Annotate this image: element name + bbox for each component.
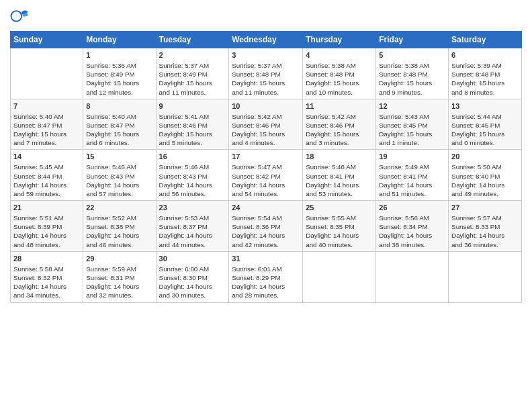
day-info: Sunrise: 5:37 AMSunset: 8:49 PMDaylight:… bbox=[159, 61, 226, 97]
week-row-5: 28Sunrise: 5:58 AMSunset: 8:32 PMDayligh… bbox=[11, 251, 522, 302]
day-info: Sunrise: 5:48 AMSunset: 8:41 PMDaylight:… bbox=[306, 163, 373, 198]
calendar-cell: 16Sunrise: 5:46 AMSunset: 8:43 PMDayligh… bbox=[156, 150, 229, 201]
day-info: Sunrise: 5:55 AMSunset: 8:35 PMDaylight:… bbox=[306, 214, 373, 249]
day-info: Sunrise: 5:49 AMSunset: 8:41 PMDaylight:… bbox=[379, 163, 445, 198]
day-number: 4 bbox=[306, 50, 373, 60]
calendar-cell: 25Sunrise: 5:55 AMSunset: 8:35 PMDayligh… bbox=[303, 201, 376, 252]
day-info: Sunrise: 6:01 AMSunset: 8:29 PMDaylight:… bbox=[232, 265, 300, 300]
day-info: Sunrise: 5:56 AMSunset: 8:34 PMDaylight:… bbox=[379, 214, 445, 249]
day-info: Sunrise: 5:36 AMSunset: 8:49 PMDaylight:… bbox=[86, 61, 152, 97]
day-number: 30 bbox=[159, 254, 226, 264]
calendar-cell: 22Sunrise: 5:52 AMSunset: 8:38 PMDayligh… bbox=[83, 201, 156, 252]
day-number: 8 bbox=[86, 101, 152, 111]
day-number: 13 bbox=[451, 101, 519, 111]
day-number: 20 bbox=[451, 152, 519, 162]
day-number: 7 bbox=[13, 101, 80, 111]
calendar-cell: 12Sunrise: 5:43 AMSunset: 8:45 PMDayligh… bbox=[376, 99, 449, 150]
day-number: 1 bbox=[86, 50, 152, 60]
calendar-cell: 7Sunrise: 5:40 AMSunset: 8:47 PMDaylight… bbox=[11, 99, 83, 150]
day-number: 11 bbox=[306, 101, 373, 111]
calendar-cell: 3Sunrise: 5:37 AMSunset: 8:48 PMDaylight… bbox=[229, 48, 303, 99]
header-thursday: Thursday bbox=[303, 32, 376, 48]
day-number: 5 bbox=[379, 50, 445, 60]
calendar-cell: 11Sunrise: 5:42 AMSunset: 8:46 PMDayligh… bbox=[303, 99, 376, 150]
calendar-cell: 5Sunrise: 5:38 AMSunset: 8:48 PMDaylight… bbox=[376, 48, 449, 99]
day-info: Sunrise: 5:52 AMSunset: 8:38 PMDaylight:… bbox=[86, 214, 152, 249]
day-number: 16 bbox=[159, 152, 226, 162]
svg-point-0 bbox=[11, 11, 22, 21]
calendar-cell bbox=[376, 251, 449, 302]
calendar-cell: 21Sunrise: 5:51 AMSunset: 8:39 PMDayligh… bbox=[11, 201, 83, 252]
day-number: 31 bbox=[232, 254, 300, 264]
calendar-cell: 27Sunrise: 5:57 AMSunset: 8:33 PMDayligh… bbox=[449, 201, 522, 252]
day-number: 26 bbox=[379, 203, 445, 213]
calendar-cell: 31Sunrise: 6:01 AMSunset: 8:29 PMDayligh… bbox=[229, 251, 303, 302]
header-monday: Monday bbox=[83, 32, 156, 48]
day-number: 21 bbox=[13, 203, 80, 213]
calendar-cell: 18Sunrise: 5:48 AMSunset: 8:41 PMDayligh… bbox=[303, 150, 376, 201]
day-number: 3 bbox=[232, 50, 300, 60]
day-info: Sunrise: 5:46 AMSunset: 8:43 PMDaylight:… bbox=[86, 163, 152, 198]
day-info: Sunrise: 5:44 AMSunset: 8:45 PMDaylight:… bbox=[451, 112, 519, 148]
day-info: Sunrise: 5:38 AMSunset: 8:48 PMDaylight:… bbox=[306, 61, 373, 97]
calendar-cell: 8Sunrise: 5:40 AMSunset: 8:47 PMDaylight… bbox=[83, 99, 156, 150]
day-info: Sunrise: 5:54 AMSunset: 8:36 PMDaylight:… bbox=[232, 214, 300, 249]
day-number: 9 bbox=[159, 101, 226, 111]
calendar-cell: 2Sunrise: 5:37 AMSunset: 8:49 PMDaylight… bbox=[156, 48, 229, 99]
day-number: 18 bbox=[306, 152, 373, 162]
day-number: 28 bbox=[13, 254, 80, 264]
day-info: Sunrise: 5:53 AMSunset: 8:37 PMDaylight:… bbox=[159, 214, 226, 249]
week-row-3: 14Sunrise: 5:45 AMSunset: 8:44 PMDayligh… bbox=[11, 150, 522, 201]
header-friday: Friday bbox=[376, 32, 449, 48]
day-info: Sunrise: 5:42 AMSunset: 8:46 PMDaylight:… bbox=[306, 112, 373, 148]
logo bbox=[10, 7, 32, 26]
day-info: Sunrise: 5:41 AMSunset: 8:46 PMDaylight:… bbox=[159, 112, 226, 148]
day-number: 17 bbox=[232, 152, 300, 162]
day-number: 19 bbox=[379, 152, 445, 162]
day-number: 2 bbox=[159, 50, 226, 60]
day-number: 14 bbox=[13, 152, 80, 162]
calendar-cell: 29Sunrise: 5:59 AMSunset: 8:31 PMDayligh… bbox=[83, 251, 156, 302]
calendar-cell: 17Sunrise: 5:47 AMSunset: 8:42 PMDayligh… bbox=[229, 150, 303, 201]
day-info: Sunrise: 5:58 AMSunset: 8:32 PMDaylight:… bbox=[13, 265, 80, 300]
calendar-cell: 1Sunrise: 5:36 AMSunset: 8:49 PMDaylight… bbox=[83, 48, 156, 99]
day-number: 12 bbox=[379, 101, 445, 111]
day-number: 22 bbox=[86, 203, 152, 213]
day-number: 27 bbox=[451, 203, 519, 213]
calendar-cell bbox=[303, 251, 376, 302]
day-info: Sunrise: 5:51 AMSunset: 8:39 PMDaylight:… bbox=[13, 214, 80, 249]
day-info: Sunrise: 5:39 AMSunset: 8:48 PMDaylight:… bbox=[451, 61, 519, 97]
calendar-cell: 9Sunrise: 5:41 AMSunset: 8:46 PMDaylight… bbox=[156, 99, 229, 150]
calendar-table: SundayMondayTuesdayWednesdayThursdayFrid… bbox=[10, 31, 522, 303]
header-saturday: Saturday bbox=[449, 32, 522, 48]
day-info: Sunrise: 5:57 AMSunset: 8:33 PMDaylight:… bbox=[451, 214, 519, 249]
calendar-cell: 26Sunrise: 5:56 AMSunset: 8:34 PMDayligh… bbox=[376, 201, 449, 252]
day-number: 6 bbox=[451, 50, 519, 60]
week-row-2: 7Sunrise: 5:40 AMSunset: 8:47 PMDaylight… bbox=[11, 99, 522, 150]
header-tuesday: Tuesday bbox=[156, 32, 229, 48]
day-info: Sunrise: 6:00 AMSunset: 8:30 PMDaylight:… bbox=[159, 265, 226, 300]
calendar-cell: 15Sunrise: 5:46 AMSunset: 8:43 PMDayligh… bbox=[83, 150, 156, 201]
day-info: Sunrise: 5:47 AMSunset: 8:42 PMDaylight:… bbox=[232, 163, 300, 198]
calendar-cell: 4Sunrise: 5:38 AMSunset: 8:48 PMDaylight… bbox=[303, 48, 376, 99]
day-info: Sunrise: 5:46 AMSunset: 8:43 PMDaylight:… bbox=[159, 163, 226, 198]
day-number: 15 bbox=[86, 152, 152, 162]
day-info: Sunrise: 5:50 AMSunset: 8:40 PMDaylight:… bbox=[451, 163, 519, 198]
calendar-cell: 14Sunrise: 5:45 AMSunset: 8:44 PMDayligh… bbox=[11, 150, 83, 201]
header-wednesday: Wednesday bbox=[229, 32, 303, 48]
calendar-cell: 10Sunrise: 5:42 AMSunset: 8:46 PMDayligh… bbox=[229, 99, 303, 150]
calendar-cell: 13Sunrise: 5:44 AMSunset: 8:45 PMDayligh… bbox=[449, 99, 522, 150]
day-info: Sunrise: 5:42 AMSunset: 8:46 PMDaylight:… bbox=[232, 112, 300, 148]
calendar-cell: 30Sunrise: 6:00 AMSunset: 8:30 PMDayligh… bbox=[156, 251, 229, 302]
calendar-cell: 19Sunrise: 5:49 AMSunset: 8:41 PMDayligh… bbox=[376, 150, 449, 201]
calendar-header-row: SundayMondayTuesdayWednesdayThursdayFrid… bbox=[11, 32, 522, 48]
day-info: Sunrise: 5:40 AMSunset: 8:47 PMDaylight:… bbox=[86, 112, 152, 148]
day-number: 10 bbox=[232, 101, 300, 111]
day-number: 24 bbox=[232, 203, 300, 213]
day-info: Sunrise: 5:40 AMSunset: 8:47 PMDaylight:… bbox=[13, 112, 80, 148]
day-info: Sunrise: 5:45 AMSunset: 8:44 PMDaylight:… bbox=[13, 163, 80, 198]
day-info: Sunrise: 5:37 AMSunset: 8:48 PMDaylight:… bbox=[232, 61, 300, 97]
calendar-cell: 23Sunrise: 5:53 AMSunset: 8:37 PMDayligh… bbox=[156, 201, 229, 252]
week-row-4: 21Sunrise: 5:51 AMSunset: 8:39 PMDayligh… bbox=[11, 201, 522, 252]
calendar-cell: 20Sunrise: 5:50 AMSunset: 8:40 PMDayligh… bbox=[449, 150, 522, 201]
